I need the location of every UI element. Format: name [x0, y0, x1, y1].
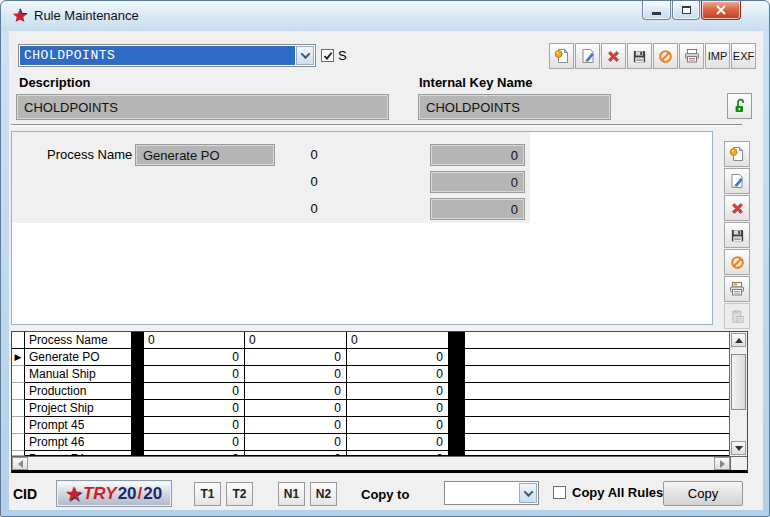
- value-cell[interactable]: 0: [347, 400, 449, 417]
- combo-dropdown-arrow-icon[interactable]: [296, 46, 314, 65]
- internal-key-name-field: CHOLDPOINTS: [418, 94, 611, 120]
- print-button[interactable]: [679, 43, 704, 69]
- new-record-button[interactable]: [724, 141, 750, 167]
- grid-row-generate-po[interactable]: ▶ Generate PO 0 0 0: [12, 349, 729, 366]
- value-cell[interactable]: 0: [245, 400, 347, 417]
- value-cell[interactable]: 0: [245, 383, 347, 400]
- value-cell[interactable]: 0: [144, 434, 245, 451]
- delete-record-button[interactable]: [601, 43, 626, 69]
- value-cell[interactable]: 0: [347, 349, 449, 366]
- grid-row-prompt-74-clipped[interactable]: Prompt 74 0 0 0: [12, 451, 729, 456]
- grid-separator-column: [132, 332, 144, 349]
- zero-label: 0: [302, 198, 326, 220]
- scroll-right-button[interactable]: [714, 457, 730, 470]
- t2-button[interactable]: T2: [226, 482, 253, 506]
- minimize-icon: [652, 12, 661, 15]
- maximize-icon: [682, 6, 691, 14]
- value-cell[interactable]: 0: [245, 451, 347, 456]
- process-name-cell[interactable]: Production: [25, 383, 132, 400]
- combo-dropdown-arrow-icon[interactable]: [519, 483, 537, 503]
- horizontal-scroll-track[interactable]: [28, 457, 714, 470]
- copy-all-rules-checkbox[interactable]: [553, 486, 566, 499]
- delete-record-button[interactable]: [724, 195, 750, 221]
- row-selector-cell[interactable]: [12, 400, 25, 417]
- minimize-button[interactable]: [642, 1, 671, 20]
- close-button[interactable]: [701, 1, 741, 20]
- value-cell[interactable]: 0: [347, 366, 449, 383]
- grid-row-prompt-46[interactable]: Prompt 46 0 0 0: [12, 434, 729, 451]
- edit-record-button[interactable]: [724, 168, 750, 194]
- triangle-up-icon: [735, 338, 743, 343]
- grid-header-col1[interactable]: 0: [144, 332, 245, 349]
- grid-header-col2[interactable]: 0: [245, 332, 347, 349]
- cancel-button[interactable]: [724, 249, 750, 275]
- zero-label: 0: [302, 171, 326, 193]
- zero-value-field: 0: [430, 198, 525, 220]
- scroll-left-button[interactable]: [12, 457, 28, 470]
- maximize-button[interactable]: [672, 1, 700, 20]
- unlock-button[interactable]: [727, 93, 752, 119]
- grid-row-production[interactable]: Production 0 0 0: [12, 383, 729, 400]
- process-name-cell[interactable]: Prompt 45: [25, 417, 132, 434]
- copy-button[interactable]: Copy: [663, 481, 743, 506]
- value-cell[interactable]: 0: [347, 417, 449, 434]
- value-cell[interactable]: 0: [245, 366, 347, 383]
- zero-label: 0: [302, 144, 326, 166]
- grid-row-project-ship[interactable]: Project Ship 0 0 0: [12, 400, 729, 417]
- import-button[interactable]: IMP: [705, 43, 730, 69]
- scroll-up-button[interactable]: [731, 333, 746, 347]
- process-name-cell[interactable]: Prompt 46: [25, 434, 132, 451]
- cancel-button[interactable]: [653, 43, 678, 69]
- new-record-button[interactable]: [549, 43, 574, 69]
- row-selector-cell[interactable]: [12, 434, 25, 451]
- process-name-cell[interactable]: Project Ship: [25, 400, 132, 417]
- s-checkbox[interactable]: [321, 49, 334, 62]
- process-name-cell[interactable]: Prompt 74: [25, 451, 132, 456]
- value-cell[interactable]: 0: [144, 366, 245, 383]
- t1-button[interactable]: T1: [194, 482, 221, 506]
- row-selector-cell[interactable]: [12, 451, 25, 456]
- copy-to-combobox[interactable]: [444, 481, 539, 505]
- logo-slash-text: /: [138, 484, 143, 504]
- print-preview-icon: [729, 281, 745, 297]
- value-cell[interactable]: 0: [144, 349, 245, 366]
- value-cell[interactable]: 0: [144, 400, 245, 417]
- grid-row-prompt-45[interactable]: Prompt 45 0 0 0: [12, 417, 729, 434]
- value-cell[interactable]: 0: [347, 434, 449, 451]
- print-preview-button[interactable]: [724, 276, 750, 302]
- n1-button[interactable]: N1: [278, 482, 305, 506]
- value-cell[interactable]: 0: [347, 451, 449, 456]
- grid-vertical-scrollbar[interactable]: [729, 332, 747, 456]
- window-title: Rule Maintenance: [34, 8, 139, 23]
- row-selector-cell[interactable]: [12, 366, 25, 383]
- try2020-logo: ★ TRY 20 / 20: [56, 480, 172, 507]
- grid-horizontal-scrollbar[interactable]: [12, 457, 730, 470]
- export-button[interactable]: EXF: [731, 43, 756, 69]
- value-cell[interactable]: 0: [144, 383, 245, 400]
- process-name-cell[interactable]: Generate PO: [25, 349, 132, 366]
- value-cell[interactable]: 0: [144, 451, 245, 456]
- value-cell[interactable]: 0: [347, 383, 449, 400]
- copy-all-rules-label: Copy All Rules: [572, 485, 663, 500]
- row-selector-cell[interactable]: [12, 383, 25, 400]
- rule-selector-combobox[interactable]: CHOLDPOINTS: [18, 44, 316, 67]
- zero-value-field: 0: [430, 144, 525, 166]
- value-cell[interactable]: 0: [245, 434, 347, 451]
- grid-header-col3[interactable]: 0: [347, 332, 449, 349]
- n2-button[interactable]: N2: [310, 482, 337, 506]
- value-cell[interactable]: 0: [245, 417, 347, 434]
- scroll-down-button[interactable]: [731, 441, 746, 455]
- value-cell[interactable]: 0: [245, 349, 347, 366]
- process-name-cell[interactable]: Manual Ship: [25, 366, 132, 383]
- grid-header-process-name[interactable]: Process Name: [25, 332, 132, 349]
- vertical-scroll-thumb[interactable]: [731, 354, 746, 410]
- grid-row-manual-ship[interactable]: Manual Ship 0 0 0: [12, 366, 729, 383]
- save-record-button[interactable]: [724, 222, 750, 248]
- value-cell[interactable]: 0: [144, 417, 245, 434]
- row-selector-cell[interactable]: [12, 417, 25, 434]
- grid-horizontal-scrollbar-row: [12, 456, 747, 470]
- edit-record-button[interactable]: [575, 43, 600, 69]
- save-record-button[interactable]: [627, 43, 652, 69]
- s-checkbox-label: S: [338, 48, 347, 63]
- row-selector-cell[interactable]: ▶: [12, 349, 25, 366]
